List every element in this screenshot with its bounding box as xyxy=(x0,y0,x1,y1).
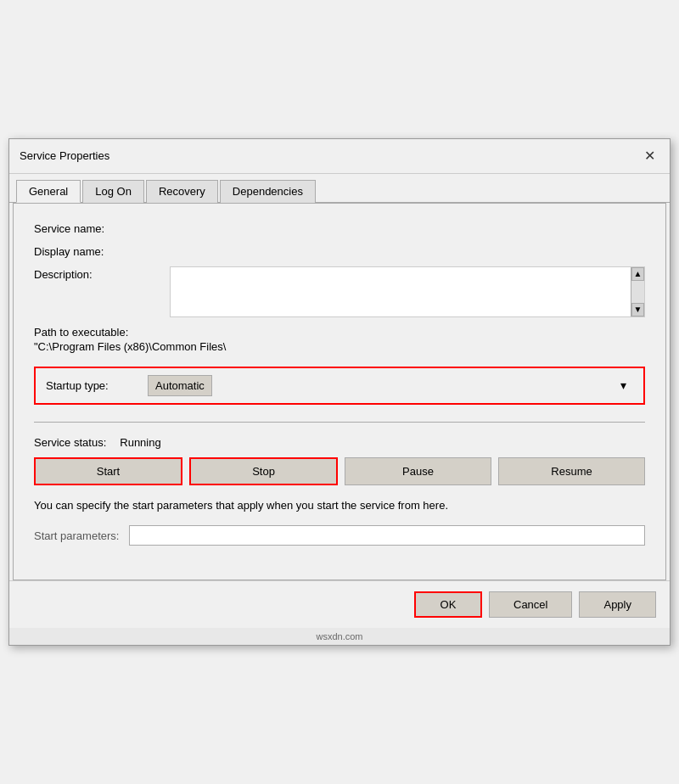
cancel-button[interactable]: Cancel xyxy=(489,591,572,618)
description-box: ▲ ▼ xyxy=(170,266,645,317)
tab-general[interactable]: General xyxy=(16,180,81,203)
path-value: "C:\Program Files (x86)\Common Files\ xyxy=(34,340,645,353)
ok-button[interactable]: OK xyxy=(414,591,482,618)
start-params-label: Start parameters: xyxy=(34,529,119,542)
display-name-label: Display name: xyxy=(34,244,170,258)
service-name-label: Service name: xyxy=(34,221,170,235)
startup-type-select[interactable]: Automatic Manual Disabled xyxy=(148,375,212,396)
watermark: wsxdn.com xyxy=(9,628,670,645)
scrollbar-up-btn[interactable]: ▲ xyxy=(631,267,644,281)
description-label: Description: xyxy=(34,266,170,281)
info-text: You can specify the start parameters tha… xyxy=(34,497,645,514)
resume-button[interactable]: Resume xyxy=(498,457,645,485)
service-status-label: Service status: xyxy=(34,436,106,449)
service-buttons-row: Start Stop Pause Resume xyxy=(34,457,645,485)
divider xyxy=(34,422,645,423)
apply-button[interactable]: Apply xyxy=(579,591,656,618)
scrollbar-down-btn[interactable]: ▼ xyxy=(631,303,644,316)
service-status-row: Service status: Running xyxy=(34,436,645,449)
stop-button[interactable]: Stop xyxy=(189,457,338,485)
tab-bar: General Log On Recovery Dependencies xyxy=(9,174,670,203)
start-params-row: Start parameters: xyxy=(34,525,645,546)
service-name-row: Service name: xyxy=(34,221,645,235)
title-bar: Service Properties ✕ xyxy=(9,139,670,174)
display-name-row: Display name: xyxy=(34,244,645,258)
startup-type-wrapper: Automatic Manual Disabled xyxy=(148,375,633,396)
service-properties-dialog: Service Properties ✕ General Log On Reco… xyxy=(8,138,671,647)
tab-recovery[interactable]: Recovery xyxy=(146,180,218,203)
main-content: Service name: Display name: Description:… xyxy=(13,203,666,581)
tab-logon[interactable]: Log On xyxy=(82,180,144,203)
dialog-title: Service Properties xyxy=(20,149,109,162)
bottom-bar: OK Cancel Apply xyxy=(9,580,670,628)
startup-type-section: Startup type: Automatic Manual Disabled xyxy=(34,367,645,405)
service-status-value: Running xyxy=(120,436,160,449)
start-button[interactable]: Start xyxy=(34,457,182,485)
description-row: Description: ▲ ▼ xyxy=(34,266,645,317)
startup-type-label: Startup type: xyxy=(46,379,148,392)
path-section: Path to executable: "C:\Program Files (x… xyxy=(34,326,645,353)
pause-button[interactable]: Pause xyxy=(345,457,491,485)
tab-dependencies[interactable]: Dependencies xyxy=(220,180,316,203)
description-scrollbar[interactable]: ▲ ▼ xyxy=(631,267,644,316)
start-params-input[interactable] xyxy=(129,525,645,546)
path-label: Path to executable: xyxy=(34,326,645,339)
close-button[interactable]: ✕ xyxy=(639,146,659,166)
